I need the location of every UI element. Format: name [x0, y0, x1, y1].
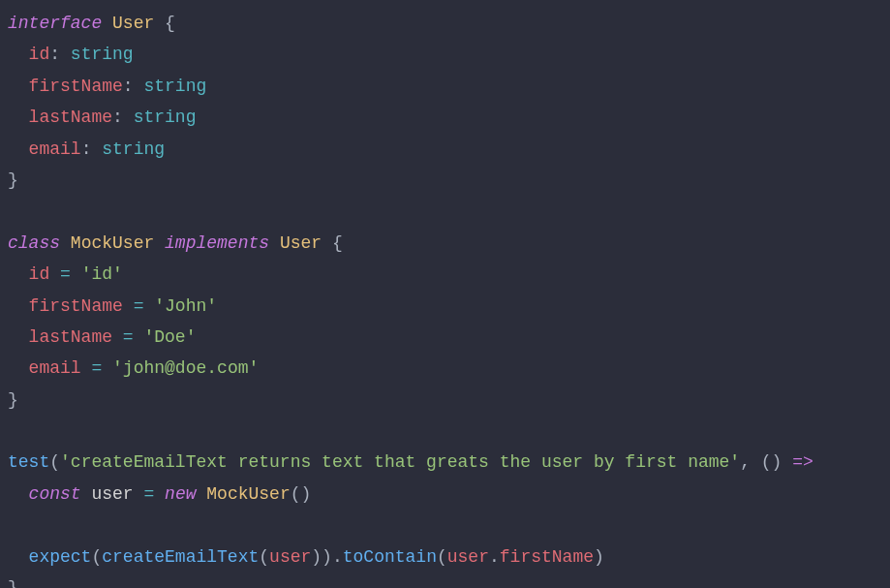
equals: =: [123, 327, 134, 347]
code-line: id: string: [8, 45, 134, 64]
close-paren: ): [594, 547, 604, 567]
fn-createemailtext: createEmailText: [102, 547, 259, 567]
string-john: 'John': [154, 296, 217, 316]
open-paren: (: [49, 452, 60, 472]
prop-email: email: [29, 139, 81, 159]
colon: :: [123, 77, 134, 96]
equals: =: [91, 358, 102, 378]
code-block: interface User { id: string firstName: s…: [8, 8, 882, 588]
code-line: lastName = 'Doe': [8, 327, 196, 347]
prop-firstname: firstName: [500, 547, 594, 567]
keyword-const: const: [29, 484, 81, 504]
prop-lastname: lastName: [29, 108, 112, 127]
type-string: string: [143, 77, 206, 96]
open-paren: (: [437, 547, 447, 567]
blank-line: [8, 201, 18, 221]
prop-id: id: [29, 264, 50, 284]
code-line: email = 'john@doe.com': [8, 358, 259, 378]
var-user: user: [269, 547, 311, 567]
code-line: id = 'id': [8, 264, 123, 284]
string-email: 'john@doe.com': [112, 358, 259, 378]
code-line: }: [8, 390, 18, 410]
equals: =: [143, 484, 154, 504]
colon: :: [49, 45, 60, 64]
close-brace: }: [8, 578, 18, 588]
keyword-new: new: [165, 484, 196, 504]
keyword-interface: interface: [8, 14, 102, 33]
fn-test: test: [8, 452, 49, 472]
code-line: email: string: [8, 139, 165, 159]
type-string: string: [134, 108, 197, 127]
prop-firstname: firstName: [29, 77, 123, 96]
fn-tocontain: toContain: [343, 547, 437, 567]
code-line: const user = new MockUser(): [8, 484, 311, 504]
arrow: =>: [792, 452, 813, 472]
equals: =: [134, 296, 144, 316]
close-brace: }: [8, 170, 18, 190]
prop-firstname: firstName: [29, 296, 123, 316]
fn-expect: expect: [29, 547, 92, 567]
class-mockuser: MockUser: [206, 484, 290, 504]
open-paren: (: [91, 547, 102, 567]
colon: :: [112, 108, 123, 127]
prop-id: id: [29, 45, 50, 64]
keyword-implements: implements: [165, 233, 269, 253]
close-brace: }: [8, 390, 18, 410]
code-line: firstName = 'John': [8, 296, 217, 316]
empty-parens: (): [291, 484, 312, 504]
type-string: string: [102, 139, 165, 159]
empty-parens: (): [761, 452, 783, 472]
prop-email: email: [29, 358, 81, 378]
type-string: string: [71, 45, 134, 64]
open-brace: {: [165, 14, 175, 33]
code-line: firstName: string: [8, 77, 206, 96]
var-user: user: [447, 547, 489, 567]
equals: =: [60, 264, 71, 284]
code-line: lastName: string: [8, 108, 196, 127]
code-line: }: [8, 578, 18, 588]
string-id: 'id': [81, 264, 123, 284]
test-description: 'createEmailText returns text that great…: [60, 452, 740, 472]
open-brace: {: [332, 233, 343, 253]
string-doe: 'Doe': [143, 327, 196, 347]
code-line: test('createEmailText returns text that …: [8, 452, 813, 472]
dot: .: [332, 547, 343, 567]
type-user: User: [280, 233, 322, 253]
close-paren: ): [322, 547, 332, 567]
dot: .: [489, 547, 500, 567]
code-line: }: [8, 170, 18, 190]
blank-line: [8, 515, 18, 535]
var-user: user: [91, 484, 133, 504]
open-paren: (: [259, 547, 269, 567]
code-line: expect(createEmailText(user)).toContain(…: [8, 547, 604, 567]
close-paren: ): [311, 547, 322, 567]
code-line: interface User {: [8, 14, 175, 33]
keyword-class: class: [8, 233, 60, 253]
code-line: class MockUser implements User {: [8, 233, 343, 253]
type-user: User: [112, 14, 154, 33]
comma: ,: [740, 452, 751, 472]
prop-lastname: lastName: [29, 327, 112, 347]
blank-line: [8, 421, 18, 441]
colon: :: [81, 139, 92, 159]
class-mockuser: MockUser: [71, 233, 154, 253]
